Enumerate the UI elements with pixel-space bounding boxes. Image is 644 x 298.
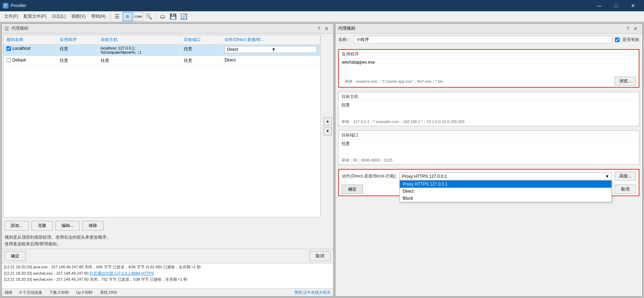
action-cancel-btn[interactable]: 取消 (615, 185, 636, 194)
panel-help-btn[interactable]: ? (315, 25, 323, 33)
toolbar-com-btn[interactable]: COM (133, 12, 143, 21)
toolbar-separator-2 (156, 13, 156, 21)
col-port: 目标端口 (181, 35, 221, 45)
action-option-proxy[interactable]: Proxy HTTPS 127.0.0.1 (400, 181, 611, 188)
desc-text: 规则是从顶部到底部处理。使用右边的箭头来更改顺序。 使用复选框来启用/禁用规则。 (2, 233, 333, 249)
log-line-2: [12.21 18:20:33] wechat.exe - 157.148.48… (4, 270, 331, 277)
col-host: 目标主机 (98, 35, 181, 45)
title-bar: P Proxifier — □ ✕ (0, 0, 644, 11)
dns-status: 系统 DNS (100, 290, 117, 295)
row2-app: 任意 (57, 56, 98, 65)
move-down-btn[interactable]: ▼ (323, 127, 332, 135)
app-hint: 举例：iexplore.exe；"C:\some app.exe"；fire*.… (342, 78, 615, 86)
menu-log[interactable]: 日志(L) (49, 12, 69, 21)
row1-host: localhost; 127.0.0.1;%ComputerName%; ::1 (98, 45, 181, 56)
menu-profile[interactable]: 配置文件(P) (21, 12, 49, 21)
table-row[interactable]: Default 任意 任意 任意 Direct (4, 56, 320, 65)
right-panel-close-btn[interactable]: ✕ (632, 25, 639, 33)
maximize-button[interactable]: □ (608, 0, 624, 11)
close-button[interactable]: ✕ (625, 0, 641, 11)
port-section-title: 目标端口 (339, 131, 639, 139)
host-section-title: 目标主机 (339, 92, 639, 100)
status-bar: 就绪 0 个活动连接 下载 0 B/秒 Up 0 B/秒 系统 DNS 赞助:迁… (2, 288, 333, 296)
log-line-3: [12.21 18:20:33] wechat.exe - 157.148.48… (4, 276, 331, 283)
action-label: 动作(Direct-直接/Block-拦截): (342, 173, 397, 179)
bottom-buttons: 添加... 克隆 编辑... 移除 (2, 219, 333, 233)
enabled-label: 是否有效 (622, 37, 639, 43)
row2-action: Direct (222, 56, 320, 65)
host-input[interactable]: 任意 (339, 100, 639, 117)
row2-name: Default (4, 56, 57, 65)
action-select-container: Proxy HTTPS 127.0.0.1 ▼ Proxy HTTPS 127.… (399, 173, 612, 180)
remove-button[interactable]: 移除 (82, 221, 104, 230)
row1-app: 任意 (57, 45, 98, 56)
toolbar-folder-btn[interactable]: 🗂 (158, 12, 168, 21)
col-name: 规则名称 (4, 35, 57, 45)
clone-button[interactable]: 克隆 (31, 221, 53, 230)
port-section: 目标端口 任意 举例：80；8000-9000；3128 (338, 130, 639, 165)
enabled-checkbox[interactable] (615, 37, 620, 42)
window-controls: — □ ✕ (591, 0, 641, 11)
row1-name: Localhost (4, 45, 57, 56)
toolbar-rules-btn[interactable]: ☰ (112, 12, 122, 21)
table-row[interactable]: Localhost 任意 localhost; 127.0.0.1;%Compu… (4, 45, 320, 56)
app-input[interactable]: wechatappex.exe (339, 58, 639, 75)
right-panel: 代理规则 ? ✕ 名称： 是否有效 应用程序 wechatappex.exe 举… (335, 23, 643, 297)
left-panel-titlebar: ☰ 代理规则 ? ✕ (2, 24, 333, 34)
app-section-title: 应用程序 (339, 50, 639, 58)
app-title: Proxifier (11, 3, 591, 8)
right-panel-titlebar: 代理规则 ? ✕ (335, 24, 642, 34)
cancel-button[interactable]: 取消 (309, 251, 330, 261)
toolbar-save-btn[interactable]: 💾 (168, 12, 178, 21)
menu-help[interactable]: 帮助(H) (88, 12, 109, 21)
row1-port: 任意 (181, 45, 221, 56)
action-confirm-btn[interactable]: 确定 (342, 185, 363, 194)
port-input[interactable]: 任意 (339, 139, 639, 156)
app-icon: P (3, 3, 8, 8)
advanced-button[interactable]: 高级... (615, 172, 636, 181)
action-option-block[interactable]: Block (400, 195, 611, 202)
edit-button[interactable]: 编辑... (55, 221, 80, 230)
arrow-controls: ▲ ▼ (323, 35, 332, 217)
action-option-direct[interactable]: Direct (400, 188, 611, 195)
row2-host: 任意 (98, 56, 181, 65)
log-link[interactable]: 打开通过代理 127.0.0.1:8080 HTTPS (90, 271, 154, 275)
toolbar-search-btn[interactable]: 🔍 (144, 12, 154, 21)
menu-bar: 文件(F) 配置文件(P) 日志(L) 视图(V) 帮助(H) ☰ ≡ COM … (0, 11, 644, 22)
minimize-button[interactable]: — (591, 0, 607, 11)
move-up-btn[interactable]: ▲ (323, 117, 332, 125)
toolbar-refresh-btn[interactable]: 🔄 (179, 12, 189, 21)
row1-checkbox[interactable] (6, 46, 11, 51)
upload-speed: Up 0 B/秒 (76, 290, 93, 295)
action-section: 动作(Direct-直接/Block-拦截): Proxy HTTPS 127.… (338, 169, 639, 196)
left-panel-title: 代理规则 (11, 25, 315, 31)
active-connections: 0 个活动连接 (19, 290, 42, 295)
menu-view[interactable]: 视图(V) (69, 12, 88, 21)
menu-file[interactable]: 文件(F) (1, 12, 21, 21)
row2-checkbox[interactable] (6, 58, 11, 63)
add-button[interactable]: 添加... (5, 221, 29, 230)
sponsor-text: 赞助:迁牛在线大闯关 (294, 290, 330, 295)
action-select[interactable]: Proxy HTTPS 127.0.0.1 ▼ (399, 173, 612, 180)
app-section: 应用程序 wechatappex.exe 举例：iexplore.exe；"C:… (338, 49, 639, 88)
confirm-button[interactable]: 确定 (5, 251, 26, 261)
status-text: 就绪 (5, 290, 12, 295)
port-hint: 举例：80；8000-9000；3128 (339, 157, 639, 164)
dropdown-arrow-icon: ▼ (271, 47, 315, 52)
row1-action[interactable]: Direct ▼ (222, 45, 320, 56)
main-content: ☰ 代理规则 ? ✕ 规则名称 应用程序 目标主机 目标端口 动作(Direct… (0, 22, 644, 298)
host-hint: 举例：127.0.0.1；*.example.com；192.168.1.*；1… (339, 118, 639, 126)
table-area: 规则名称 应用程序 目标主机 目标端口 动作(Direct-直接/Bl... (2, 34, 333, 219)
browse-button[interactable]: 浏览... (615, 77, 636, 86)
right-panel-title: 代理规则 (338, 25, 624, 31)
rules-table-container: 规则名称 应用程序 目标主机 目标端口 动作(Direct-直接/Bl... (3, 35, 321, 217)
confirm-row: 确定 取消 (2, 249, 333, 263)
row2-port: 任意 (181, 56, 221, 65)
toolbar-separator-1 (110, 13, 110, 21)
name-row: 名称： 是否有效 (338, 36, 639, 43)
desc-line2: 使用复选框来启用/禁用规则。 (5, 241, 330, 247)
name-input[interactable] (354, 36, 612, 43)
toolbar-list-btn[interactable]: ≡ (123, 12, 133, 21)
right-panel-help-btn[interactable]: ? (624, 25, 632, 33)
panel-close-btn[interactable]: ✕ (323, 25, 330, 33)
